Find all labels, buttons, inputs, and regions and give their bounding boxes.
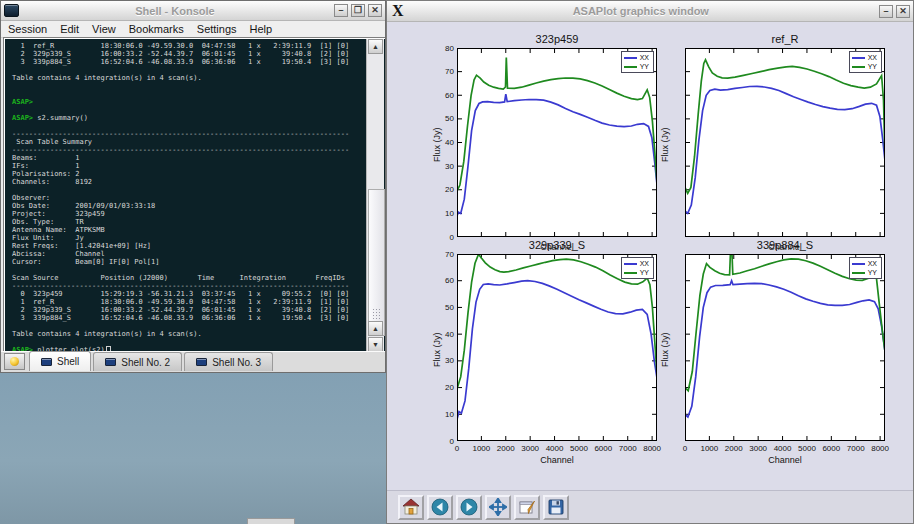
save-icon	[547, 498, 565, 516]
zoom-rect-button[interactable]	[514, 495, 540, 520]
subplot-canvas-329p339_S	[457, 254, 657, 441]
shell-monitor-icon	[41, 358, 52, 366]
plot-titlebar[interactable]: X ASAPlot graphics window – ✕	[387, 1, 913, 22]
terminal-output[interactable]: 1 ref_R 18:30:06.0 -49.59.30.0 04:47:58 …	[3, 37, 385, 353]
new-session-icon	[10, 357, 19, 366]
terminal-titlebar[interactable]: Shell - Konsole – ❐ ✕	[1, 1, 385, 21]
legend-label: YY	[868, 62, 877, 71]
legend-label: XX	[640, 259, 649, 268]
scrollbar-grip	[372, 308, 381, 322]
ytick-323p459-0: 0	[430, 233, 454, 242]
legend-entry-YY: YY	[852, 268, 877, 277]
terminal-text: 1 ref_R 18:30:06.0 -49.59.30.0 04:47:58 …	[12, 42, 349, 354]
ytick-329p339_S-20: 20	[430, 383, 454, 392]
subplot-329p339_S[interactable]: XXYY	[457, 254, 657, 441]
home-button[interactable]	[398, 495, 424, 520]
subplot-canvas-323p459	[457, 48, 657, 237]
legend-ref_R: XXYY	[849, 51, 882, 73]
scroll-up2-icon[interactable]: ▲	[368, 321, 383, 336]
legend-line-XX	[852, 263, 865, 265]
legend-line-YY	[852, 272, 865, 274]
menu-item-edit[interactable]: Edit	[60, 23, 79, 35]
series-XX-339p884_S	[685, 281, 885, 417]
ylabel-339p884_S: Flux (Jy)	[660, 332, 670, 367]
subplot-339p884_S[interactable]: XXYY	[685, 254, 885, 441]
desktop: Shell - Konsole – ❐ ✕ SessionEditViewBoo…	[0, 0, 914, 524]
series-YY-323p459	[457, 58, 657, 191]
forward-icon	[460, 498, 478, 516]
ytick-323p459-10: 10	[430, 209, 454, 218]
legend-329p339_S: XXYY	[621, 257, 654, 279]
back-button[interactable]	[427, 495, 453, 520]
mpl-toolbar	[387, 490, 913, 523]
menu-item-session[interactable]: Session	[8, 23, 47, 35]
figure-canvas[interactable]: ChannelChannel323p459XXYY010203040506070…	[388, 22, 912, 523]
tab-shell[interactable]: Shell	[29, 351, 91, 371]
menu-item-help[interactable]: Help	[250, 23, 273, 35]
back-icon	[431, 498, 449, 516]
xlabel-339p884_S: Channel	[685, 455, 885, 465]
legend-label: XX	[640, 53, 649, 62]
subplot-323p459[interactable]: XXYY	[457, 48, 657, 237]
ytick-323p459-20: 20	[430, 185, 454, 194]
xlabel-329p339_S: Channel	[457, 455, 657, 465]
ytick-323p459-60: 60	[430, 91, 454, 100]
legend-line-XX	[624, 263, 637, 265]
ytick-329p339_S-60: 60	[430, 276, 454, 285]
tab-shell-no-3[interactable]: Shell No. 3	[184, 352, 273, 371]
asap-prompt: ASAP>	[12, 114, 33, 122]
scrollbar-thumb[interactable]	[368, 189, 385, 336]
series-XX-329p339_S	[457, 281, 657, 420]
subplot-canvas-ref_R	[685, 48, 885, 237]
legend-line-YY	[624, 66, 637, 68]
xtick-329p339_S-8000: 8000	[637, 444, 667, 453]
new-session-button[interactable]	[4, 353, 25, 370]
legend-339p884_S: XXYY	[849, 257, 882, 279]
subplot-canvas-339p884_S	[685, 254, 885, 441]
subplot-title-323p459: 323p459	[457, 33, 657, 45]
series-YY-ref_R	[685, 60, 885, 194]
legend-label: YY	[868, 268, 877, 277]
ylabel-323p459: Flux (Jy)	[432, 127, 442, 162]
scroll-up-icon[interactable]: ▲	[368, 39, 383, 54]
legend-line-YY	[624, 272, 637, 274]
asap-prompt: ASAP>	[12, 98, 33, 106]
legend-entry-XX: XX	[852, 259, 877, 268]
subplot-ref_R[interactable]: XXYY	[685, 48, 885, 237]
forward-button[interactable]	[456, 495, 482, 520]
close-button[interactable]: ✕	[368, 4, 382, 17]
scroll-down-icon[interactable]: ▼	[368, 337, 383, 352]
legend-entry-YY: YY	[624, 62, 649, 71]
ytick-329p339_S-70: 70	[430, 250, 454, 259]
ylabel-329p339_S: Flux (Jy)	[432, 332, 442, 367]
terminal-menubar: SessionEditViewBookmarksSettingsHelp	[1, 21, 385, 38]
tab-label: Shell	[57, 356, 79, 367]
plot-close-button[interactable]: ✕	[896, 5, 910, 18]
minimize-button[interactable]: –	[334, 4, 348, 17]
legend-label: YY	[640, 268, 649, 277]
save-button[interactable]	[543, 495, 569, 520]
terminal-scrollbar[interactable]: ▲ ▲ ▼	[366, 39, 384, 352]
plot-title: ASAPlot graphics window	[406, 5, 876, 17]
ytick-323p459-80: 80	[430, 44, 454, 53]
series-XX-323p459	[457, 94, 657, 216]
shell-monitor-icon	[105, 358, 116, 366]
subplot-title-329p339_S: 329p339_S	[457, 239, 657, 251]
menu-item-view[interactable]: View	[92, 23, 116, 35]
x11-icon: X	[392, 2, 404, 20]
legend-line-XX	[624, 57, 637, 59]
terminal-tabbar: ShellShell No. 2Shell No. 3	[1, 351, 385, 372]
legend-entry-XX: XX	[852, 53, 877, 62]
menu-item-bookmarks[interactable]: Bookmarks	[129, 23, 184, 35]
legend-label: XX	[868, 53, 877, 62]
tab-shell-no-2[interactable]: Shell No. 2	[93, 352, 182, 371]
ytick-323p459-70: 70	[430, 67, 454, 76]
ytick-329p339_S-10: 10	[430, 410, 454, 419]
pan-icon	[489, 498, 507, 516]
series-XX-ref_R	[685, 86, 885, 213]
plot-minimize-button[interactable]: –	[879, 5, 893, 18]
maximize-button[interactable]: ❐	[351, 4, 365, 17]
pan-button[interactable]	[485, 495, 511, 520]
ylabel-ref_R: Flux (Jy)	[660, 127, 670, 162]
menu-item-settings[interactable]: Settings	[197, 23, 237, 35]
